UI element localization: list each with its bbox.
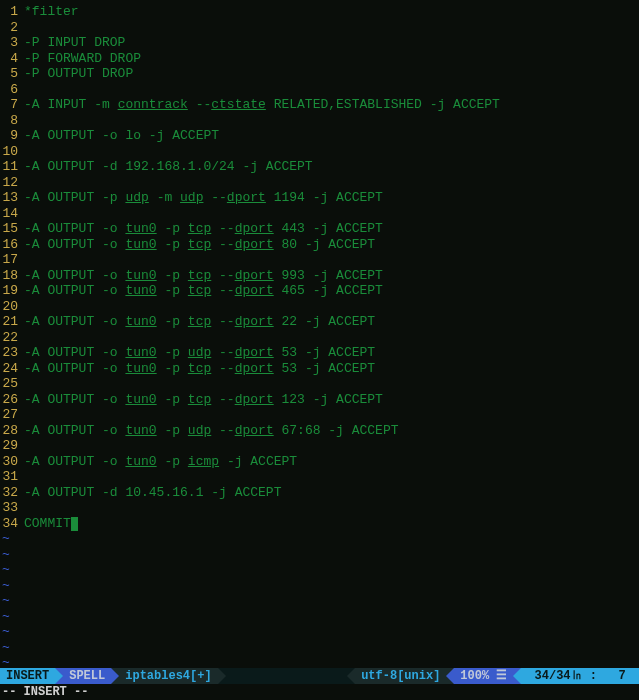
line-content: -A OUTPUT -o tun0 -p tcp --dport 22 -j A… bbox=[24, 314, 375, 330]
empty-line-marker: ~ bbox=[0, 624, 639, 640]
line-number: 19 bbox=[0, 283, 24, 299]
code-line[interactable]: 34COMMIT bbox=[0, 516, 639, 532]
code-line[interactable]: 20 bbox=[0, 299, 639, 315]
line-number: 11 bbox=[0, 159, 24, 175]
command-line: -- INSERT -- bbox=[0, 684, 639, 700]
separator-icon bbox=[347, 668, 355, 684]
code-line[interactable]: 21-A OUTPUT -o tun0 -p tcp --dport 22 -j… bbox=[0, 314, 639, 330]
line-number: 28 bbox=[0, 423, 24, 439]
code-line[interactable]: 6 bbox=[0, 82, 639, 98]
code-line[interactable]: 4-P FORWARD DROP bbox=[0, 51, 639, 67]
line-content: -A OUTPUT -o tun0 -p tcp --dport 53 -j A… bbox=[24, 361, 375, 377]
percent-segment: 100% ☰ bbox=[454, 668, 513, 684]
line-content: -A OUTPUT -o tun0 -p tcp --dport 993 -j … bbox=[24, 268, 383, 284]
position-segment: 34/34㏑ : 7 bbox=[521, 668, 639, 684]
line-content: -P FORWARD DROP bbox=[24, 51, 141, 67]
code-line[interactable]: 9-A OUTPUT -o lo -j ACCEPT bbox=[0, 128, 639, 144]
empty-line-marker: ~ bbox=[0, 562, 639, 578]
code-line[interactable]: 28-A OUTPUT -o tun0 -p udp --dport 67:68… bbox=[0, 423, 639, 439]
code-line[interactable]: 16-A OUTPUT -o tun0 -p tcp --dport 80 -j… bbox=[0, 237, 639, 253]
line-number: 4 bbox=[0, 51, 24, 67]
line-content: -A OUTPUT -o tun0 -p tcp --dport 443 -j … bbox=[24, 221, 383, 237]
line-content: -A OUTPUT -p udp -m udp --dport 1194 -j … bbox=[24, 190, 383, 206]
code-line[interactable]: 3-P INPUT DROP bbox=[0, 35, 639, 51]
code-line[interactable]: 31 bbox=[0, 469, 639, 485]
line-content: COMMIT bbox=[24, 516, 78, 532]
line-number: 16 bbox=[0, 237, 24, 253]
cursor bbox=[71, 517, 78, 531]
code-line[interactable]: 14 bbox=[0, 206, 639, 222]
code-line[interactable]: 13-A OUTPUT -p udp -m udp --dport 1194 -… bbox=[0, 190, 639, 206]
separator-icon bbox=[218, 668, 226, 684]
separator-icon bbox=[111, 668, 119, 684]
separator-icon bbox=[513, 668, 521, 684]
code-line[interactable]: 23-A OUTPUT -o tun0 -p udp --dport 53 -j… bbox=[0, 345, 639, 361]
line-content: -P INPUT DROP bbox=[24, 35, 125, 51]
empty-line-marker: ~ bbox=[0, 531, 639, 547]
line-number: 12 bbox=[0, 175, 24, 191]
empty-line-marker: ~ bbox=[0, 609, 639, 625]
code-line[interactable]: 30-A OUTPUT -o tun0 -p icmp -j ACCEPT bbox=[0, 454, 639, 470]
code-line[interactable]: 10 bbox=[0, 144, 639, 160]
line-content: -A OUTPUT -o tun0 -p icmp -j ACCEPT bbox=[24, 454, 297, 470]
code-line[interactable]: 26-A OUTPUT -o tun0 -p tcp --dport 123 -… bbox=[0, 392, 639, 408]
line-number: 27 bbox=[0, 407, 24, 423]
line-number: 18 bbox=[0, 268, 24, 284]
code-line[interactable]: 19-A OUTPUT -o tun0 -p tcp --dport 465 -… bbox=[0, 283, 639, 299]
line-number: 25 bbox=[0, 376, 24, 392]
code-line[interactable]: 32-A OUTPUT -d 10.45.16.1 -j ACCEPT bbox=[0, 485, 639, 501]
line-number: 3 bbox=[0, 35, 24, 51]
line-number: 9 bbox=[0, 128, 24, 144]
line-number: 2 bbox=[0, 20, 24, 36]
editor-buffer[interactable]: 1*filter23-P INPUT DROP4-P FORWARD DROP5… bbox=[0, 0, 639, 668]
code-line[interactable]: 11-A OUTPUT -d 192.168.1.0/24 -j ACCEPT bbox=[0, 159, 639, 175]
line-number: 6 bbox=[0, 82, 24, 98]
line-number: 17 bbox=[0, 252, 24, 268]
code-line[interactable]: 1*filter bbox=[0, 4, 639, 20]
line-number: 31 bbox=[0, 469, 24, 485]
line-number: 14 bbox=[0, 206, 24, 222]
line-number: 30 bbox=[0, 454, 24, 470]
code-line[interactable]: 8 bbox=[0, 113, 639, 129]
line-content: -A OUTPUT -o tun0 -p udp --dport 53 -j A… bbox=[24, 345, 375, 361]
code-line[interactable]: 33 bbox=[0, 500, 639, 516]
line-number: 24 bbox=[0, 361, 24, 377]
code-line[interactable]: 25 bbox=[0, 376, 639, 392]
line-number: 34 bbox=[0, 516, 24, 532]
line-content: -A OUTPUT -o lo -j ACCEPT bbox=[24, 128, 219, 144]
encoding-segment: utf-8[unix] bbox=[355, 668, 446, 684]
code-line[interactable]: 2 bbox=[0, 20, 639, 36]
line-number: 22 bbox=[0, 330, 24, 346]
code-line[interactable]: 15-A OUTPUT -o tun0 -p tcp --dport 443 -… bbox=[0, 221, 639, 237]
code-line[interactable]: 17 bbox=[0, 252, 639, 268]
empty-line-marker: ~ bbox=[0, 593, 639, 609]
line-number: 5 bbox=[0, 66, 24, 82]
line-number: 13 bbox=[0, 190, 24, 206]
code-line[interactable]: 24-A OUTPUT -o tun0 -p tcp --dport 53 -j… bbox=[0, 361, 639, 377]
line-number: 21 bbox=[0, 314, 24, 330]
line-content: -A OUTPUT -o tun0 -p tcp --dport 123 -j … bbox=[24, 392, 383, 408]
line-number: 1 bbox=[0, 4, 24, 20]
status-filler bbox=[226, 668, 347, 684]
separator-icon bbox=[446, 668, 454, 684]
empty-line-marker: ~ bbox=[0, 640, 639, 656]
line-content: -A OUTPUT -o tun0 -p udp --dport 67:68 -… bbox=[24, 423, 399, 439]
empty-line-marker: ~ bbox=[0, 578, 639, 594]
separator-icon bbox=[55, 668, 63, 684]
line-content: -P OUTPUT DROP bbox=[24, 66, 133, 82]
mode-segment: INSERT bbox=[0, 668, 55, 684]
filename-segment: iptables4[+] bbox=[119, 668, 217, 684]
code-line[interactable]: 27 bbox=[0, 407, 639, 423]
line-number: 20 bbox=[0, 299, 24, 315]
code-line[interactable]: 29 bbox=[0, 438, 639, 454]
code-line[interactable]: 22 bbox=[0, 330, 639, 346]
line-number: 32 bbox=[0, 485, 24, 501]
line-content: -A INPUT -m conntrack --ctstate RELATED,… bbox=[24, 97, 500, 113]
code-line[interactable]: 18-A OUTPUT -o tun0 -p tcp --dport 993 -… bbox=[0, 268, 639, 284]
code-line[interactable]: 12 bbox=[0, 175, 639, 191]
code-line[interactable]: 5-P OUTPUT DROP bbox=[0, 66, 639, 82]
line-number: 29 bbox=[0, 438, 24, 454]
code-line[interactable]: 7-A INPUT -m conntrack --ctstate RELATED… bbox=[0, 97, 639, 113]
line-number: 26 bbox=[0, 392, 24, 408]
line-number: 15 bbox=[0, 221, 24, 237]
